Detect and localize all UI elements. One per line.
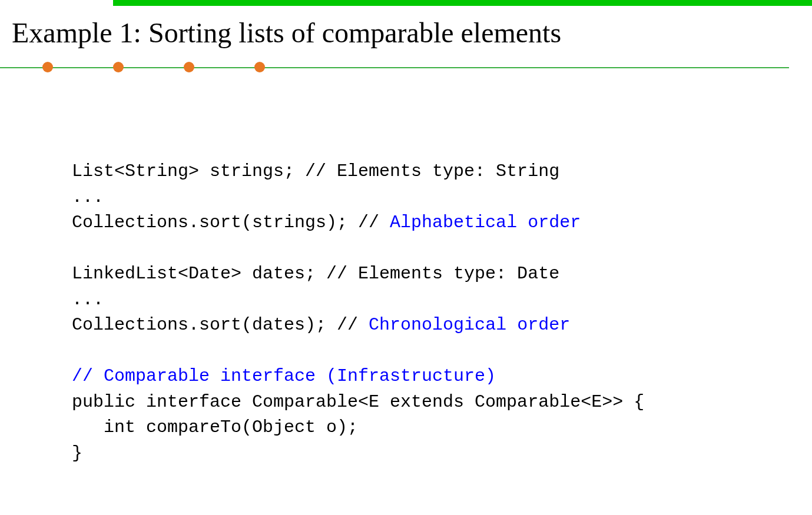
code-comment-highlight: Alphabetical order (390, 212, 581, 232)
code-comment-highlight: Chronological order (369, 315, 570, 335)
timeline-dot (113, 62, 124, 72)
code-line (72, 338, 644, 364)
code-line: ... (72, 287, 644, 313)
code-text: Collections.sort(strings); // (72, 212, 390, 232)
code-line: // Comparable interface (Infrastructure) (72, 364, 644, 390)
code-text: Collections.sort(dates); // (72, 315, 369, 335)
code-line: int compareTo(Object o); (72, 415, 644, 441)
code-line: Collections.sort(dates); // Chronologica… (72, 313, 644, 338)
timeline-dot (254, 62, 265, 72)
code-line: LinkedList<Date> dates; // Elements type… (72, 261, 644, 287)
code-line: List<String> strings; // Elements type: … (72, 159, 644, 185)
code-text: List<String> strings; // Elements type: … (72, 161, 559, 181)
code-line: ... (72, 185, 644, 211)
top-accent-bar (113, 0, 812, 6)
code-line: } (72, 441, 644, 467)
code-line: Collections.sort(strings); // Alphabetic… (72, 210, 644, 236)
code-line: public interface Comparable<E extends Co… (72, 390, 644, 416)
code-line (72, 236, 644, 262)
timeline-dot (42, 62, 53, 72)
code-block: List<String> strings; // Elements type: … (72, 159, 644, 466)
timeline-dot (184, 62, 194, 72)
slide-title: Example 1: Sorting lists of comparable e… (12, 16, 561, 49)
